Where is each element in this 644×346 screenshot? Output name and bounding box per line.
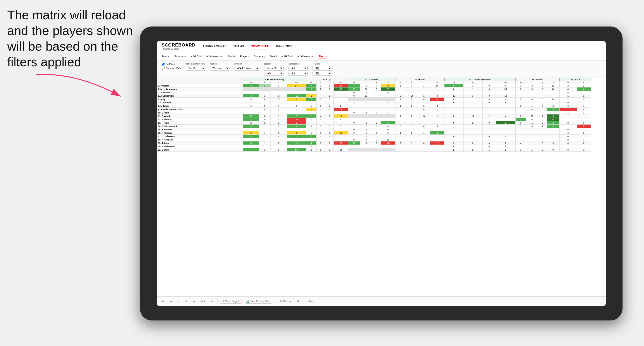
player-name: 20. E Andersson [157,145,243,148]
player-name: 3. S Jelinek [157,91,243,94]
separator2 [275,299,275,304]
players-filter: Players (All) (All) [312,63,332,76]
watch-button[interactable]: 👁 Watch ▾ [278,299,293,303]
table-row: 5. A Nomrowski 310-11 11 011 01410 25101… [157,94,591,98]
table-row: 10. L Perini 0201 11 [157,111,591,114]
zoom-controls[interactable]: — + [199,299,207,303]
filter-bar: Full View Compact View Max players in vi… [157,61,606,78]
gender-select[interactable]: Women's [210,66,230,71]
separator1 [218,299,218,304]
zoom-fit-button[interactable]: ⊕ [184,299,189,303]
table-row: 2. M Kelly Mulcahy 07040 1010050 01035 0… [157,87,591,91]
player-name: 21. O Stoll [157,148,243,152]
subnav-h2h-heatmap[interactable]: H2H Heatmap [206,54,223,59]
conference-sub-select[interactable]: (All) [288,71,308,76]
annotation-text: The matrix will reload and the players s… [7,7,142,70]
table-row: 9. A Maria Jimenez Rios 1005 101-9 0102 … [157,108,591,111]
player-name: 1. J Garcia [157,84,243,87]
subnav-summary[interactable]: Summary [174,54,186,59]
players-sub-select[interactable]: (All) [312,71,332,76]
logo-title: SCOREBOARD [162,43,196,48]
player-name: 2. M Kelly Mulcahy [157,87,243,91]
full-view-radio[interactable]: Full View [162,63,181,66]
player-name: 14. S Srichantamit [157,125,243,128]
table-row: 3. S Jelinek 02017 01 [157,91,591,94]
table-row: 20. E Andersson 2 0108 [157,145,591,148]
refresh-button[interactable]: ⟳ [210,299,214,303]
conference-select[interactable]: (All) [288,66,308,71]
col-header-2: 6. A Dy [306,78,348,81]
compact-view-radio[interactable]: Compact View [162,67,181,70]
top-navigation: SCOREBOARD Powered by clippd TOURNAMENTS… [157,41,606,52]
table-row: 7. O Mitchell 2103 0108 01 [157,101,591,104]
col-header-6: 38. A Webb [516,78,560,81]
player-name: 16. K Mcgaha [157,131,243,135]
col-player-header [157,78,243,81]
nav-committee[interactable]: COMMITTEE [251,44,269,49]
screen-button[interactable]: 🖥 [296,299,301,303]
col-sub-empty [157,81,243,84]
col-header-1: 2. M Kelly Mulcahy [243,78,306,81]
player-name: 10. L Perini [157,111,243,114]
nav-tournaments[interactable]: TOURNAMENTS [203,44,226,49]
nav-items: TOURNAMENTS TEAMS COMMITTEE RANKINGS [203,44,292,49]
back-button[interactable]: ↩ [176,299,181,303]
table-row: 19. J Kanh 31019 400-20 1300-35 210-12 2… [157,142,591,145]
table-row: 1. J Garcia 31027 301-11 4100 11110 0106… [157,84,591,87]
max-players-filter: Max players in view Top 25 [186,63,205,71]
matrix-table-wrapper[interactable]: 2. M Kelly Mulcahy 6. A Dy 11. G Woods 2… [157,78,606,296]
subnav-detail[interactable]: Detail [270,54,277,59]
table-row: 16. K Mcgaha 2103 10011 0100 1013 00 [157,131,591,135]
player-name: 15. H Stranda [157,128,243,131]
col-header-5: 23. L Marie Schumac. [444,78,516,81]
player-name: 18. H Hodgson [157,138,243,142]
subnav-teams[interactable]: Teams [162,54,170,59]
player-name: 5. A Nomrowski [157,94,243,98]
col-header-3: 11. G Woods [348,78,395,81]
subnav-players[interactable]: Players [240,54,249,59]
subnav-matrix2[interactable]: Matrix [319,54,327,59]
player-name: 12. A Bianchi [157,118,243,121]
player-name: 11. G Woods [157,114,243,118]
region-select[interactable]: East - DII [264,66,284,71]
table-row: 14. S Srichantamit 31014 0105 1204 0105 … [157,125,591,128]
table-row: 11. G Woods 10010 14011 10141 01724 0204… [157,114,591,118]
division-filter: Division NCAA Division II [234,63,260,71]
subnav-h2h-grid[interactable]: H2H Grid [190,54,202,59]
subnav-matrix[interactable]: Matrix [228,54,235,59]
zoom-button2[interactable]: ⊕ [192,299,196,303]
gender-filter: Gender Women's [210,63,230,71]
table-row: 6. A Dy 30182 202 120-4 0104 04024 23 [157,98,591,101]
table-row: 12. A Bianchi 200-58 1104 20025 [157,118,591,121]
player-name: 19. J Kanh [157,142,243,145]
save-custom-view-button[interactable]: 💾 Save Custom View [245,299,272,304]
view-toggle: Full View Compact View [162,63,181,70]
player-name: 7. O Mitchell [157,101,243,104]
player-name: 6. A Dy [157,98,243,101]
nav-rankings[interactable]: RANKINGS [276,44,292,49]
region-filter: Region East - DII (All) [264,63,284,76]
division-select[interactable]: NCAA Division II [234,66,260,71]
table-row: 13. N Klug 201-2 0103 0201 0108 01 [157,121,591,125]
table-row: 8. M Torres 0010 1012 1003 0108 01 [157,104,591,108]
undo-button[interactable]: ↩ [161,299,166,303]
subnav-h2h-heatmap2[interactable]: H2H Heatmap [298,54,314,59]
table-row: 17. D Ballesteros 3108 2011 1101 0207 01 [157,135,591,138]
players-select[interactable]: (All) [312,66,332,71]
main-content: 2. M Kelly Mulcahy 6. A Dy 11. G Woods 2… [157,78,606,296]
share-button[interactable]: ↗ Share [304,299,316,303]
player-name: 9. A Maria Jimenez Rios [157,108,243,111]
subnav-h2h-grid2[interactable]: H2H Grid [282,54,293,59]
region-sub-select[interactable]: (All) [264,71,284,76]
sub-navigation: Teams Summary H2H Grid H2H Heatmap Matri… [157,52,606,61]
nav-teams[interactable]: TEAMS [233,44,244,49]
redo-button[interactable]: ↪ [168,299,173,303]
max-players-select[interactable]: Top 25 [186,66,205,71]
subnav-summary2[interactable]: Summary [254,54,265,59]
player-name: 13. N Klug [157,121,243,125]
table-row: 21. O Stoll 41059 21014 2211 1109 03 [157,148,591,152]
logo-subtitle: Powered by clippd [162,48,196,50]
col-header-7: 60. W Za [560,78,591,81]
view-original-button[interactable]: 👁 View: Original [220,299,242,304]
bottom-toolbar: ↩ ↪ ↩ ⊕ ⊕ — + ⟳ 👁 View: Original 💾 Save … [157,296,606,306]
